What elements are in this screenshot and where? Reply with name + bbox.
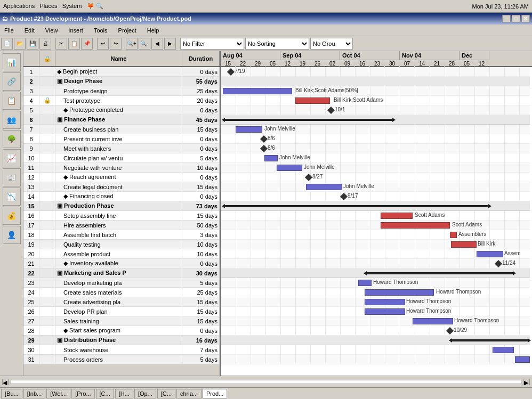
table-row[interactable]: 15 ▣ Production Phase 73 days xyxy=(23,201,220,211)
taskbar-item[interactable]: [Bu... xyxy=(1,389,22,398)
resource-view-btn[interactable]: 👥 xyxy=(3,111,21,129)
table-row[interactable]: 13 Create legal document 15 days xyxy=(23,182,220,192)
table-row[interactable]: 11 Negotiate with venture 10 days xyxy=(23,163,220,173)
maximize-button[interactable]: □ xyxy=(512,15,520,22)
taskbar-item[interactable]: [C... xyxy=(96,389,114,398)
table-row[interactable]: 19 Quality testing 10 days xyxy=(23,240,220,249)
table-row[interactable]: 7 Create business plan 15 days xyxy=(23,125,220,134)
taskbar-item[interactable]: [H... xyxy=(115,389,133,398)
gantt-task-bar[interactable] xyxy=(264,155,278,161)
table-row[interactable]: 29 ▣ Distribution Phase 16 days xyxy=(23,336,220,345)
copy-button[interactable]: 📋 xyxy=(68,38,80,50)
scroll-left[interactable]: ◀ xyxy=(2,379,9,385)
save-button[interactable]: 💾 xyxy=(27,38,38,50)
gantt-task-bar[interactable] xyxy=(451,241,477,248)
gantt-task-bar[interactable] xyxy=(515,356,530,363)
table-row[interactable]: 30 Stock warehouse 7 days xyxy=(23,345,220,355)
gantt-task-bar[interactable] xyxy=(306,184,342,190)
table-row[interactable]: 26 Develop PR plan 15 days xyxy=(23,307,220,316)
table-row[interactable]: 8 Present to current inve 0 days xyxy=(23,134,220,144)
table-row[interactable]: 3 Prototype design 25 days xyxy=(23,86,220,96)
gantt-task-bar[interactable] xyxy=(223,88,292,94)
taskbar-item[interactable]: [Op... xyxy=(134,389,156,398)
menu-help[interactable]: Help xyxy=(145,26,162,35)
paste-button[interactable]: 📌 xyxy=(81,38,93,50)
table-row[interactable]: 18 Assemble first batch 3 days xyxy=(23,230,220,240)
table-row[interactable]: 24 Create sales materials 25 days xyxy=(23,288,220,297)
gantt-task-bar[interactable] xyxy=(365,289,434,296)
table-row[interactable]: 4 🔒 Test prototype 20 days xyxy=(23,96,220,105)
zoom-out-button[interactable]: 🔍- xyxy=(139,38,150,50)
group-select[interactable]: No Grou xyxy=(310,38,353,50)
gantt-task-bar[interactable] xyxy=(450,232,457,238)
filter-select[interactable]: No Filter xyxy=(180,38,244,50)
gantt-area[interactable]: Aug 0415222905Sep 0412192602Oct 04091623… xyxy=(221,51,532,376)
table-row[interactable]: 10 Circulate plan w/ ventu 5 days xyxy=(23,153,220,163)
table-row[interactable]: 12 ◆ Reach agreement 0 days xyxy=(23,173,220,182)
resource-graph-btn[interactable]: 👤 xyxy=(3,226,21,244)
taskbar-item[interactable]: [Wel... xyxy=(46,389,70,398)
menu-file[interactable]: File xyxy=(2,26,16,35)
table-row[interactable]: 21 ◆ Inventory available 0 days xyxy=(23,259,220,268)
minimize-button[interactable]: ─ xyxy=(502,15,511,22)
menu-edit[interactable]: Edit xyxy=(22,26,37,35)
scroll-right[interactable]: ▶ xyxy=(523,379,530,385)
nav-prev[interactable]: ◀ xyxy=(151,38,163,50)
gantt-task-bar[interactable] xyxy=(493,347,514,353)
table-row[interactable]: 9 Meet with bankers 0 days xyxy=(23,144,220,153)
histogram-btn[interactable]: 📉 xyxy=(3,188,21,206)
os-bar-left[interactable]: Applications Places System 🦊 🔍 xyxy=(3,3,103,10)
gantt-task-bar[interactable] xyxy=(277,165,302,171)
menu-view[interactable]: View xyxy=(43,26,60,35)
gantt-task-bar[interactable] xyxy=(358,280,372,286)
taskbar-item[interactable]: [Inb... xyxy=(23,389,46,398)
taskbar-item[interactable]: [C... xyxy=(157,389,175,398)
close-button[interactable]: ✕ xyxy=(521,15,530,22)
menu-insert[interactable]: Insert xyxy=(66,26,85,35)
horizontal-scrollbar[interactable] xyxy=(11,380,521,384)
wbs-view-btn[interactable]: 🌳 xyxy=(3,130,21,148)
sort-select[interactable]: No Sorting xyxy=(245,38,309,50)
table-row[interactable]: 20 Assemble product 10 days xyxy=(23,249,220,259)
gantt-task-bar[interactable] xyxy=(365,308,405,315)
table-row[interactable]: 25 Create advertising pla 15 days xyxy=(23,297,220,307)
cost-view-btn[interactable]: 💰 xyxy=(3,207,21,225)
gantt-task-bar[interactable] xyxy=(381,213,413,219)
table-row[interactable]: 28 ◆ Start sales program 0 days xyxy=(23,326,220,336)
table-row[interactable]: 27 Sales training 15 days xyxy=(23,316,220,326)
taskbar-item[interactable]: chrla... xyxy=(176,389,201,398)
gantt-task-bar[interactable] xyxy=(477,251,503,257)
redo-button[interactable]: ↪ xyxy=(110,38,122,50)
table-row[interactable]: 5 ◆ Prototype completed 0 days xyxy=(23,105,220,115)
title-bar-controls[interactable]: ─ □ ✕ xyxy=(502,15,530,22)
table-row[interactable]: 14 ◆ Financing closed 0 days xyxy=(23,192,220,201)
gantt-task-bar[interactable] xyxy=(381,222,450,229)
menu-project[interactable]: Project xyxy=(116,26,139,35)
taskbar-item[interactable]: [Pro... xyxy=(71,389,94,398)
gantt-task-bar[interactable] xyxy=(413,318,453,324)
table-row[interactable]: 1 ◆ Begin project 0 days xyxy=(23,67,220,77)
gantt-task-bar[interactable] xyxy=(236,126,262,133)
nav-next[interactable]: ▶ xyxy=(164,38,176,50)
zoom-in-button[interactable]: 🔍+ xyxy=(126,38,138,50)
menu-tools[interactable]: Tools xyxy=(92,26,110,35)
table-row[interactable]: 23 Develop marketing pla 5 days xyxy=(23,278,220,288)
table-row[interactable]: 2 ▣ Design Phase 55 days xyxy=(23,77,220,86)
table-row[interactable]: 6 ▣ Finance Phase 45 days xyxy=(23,115,220,125)
pert-view-btn[interactable]: 📈 xyxy=(3,149,21,167)
report-view-btn[interactable]: 📰 xyxy=(3,168,21,186)
gantt-task-bar[interactable] xyxy=(295,97,330,104)
table-row[interactable]: 22 ▣ Marketing and Sales P 30 days xyxy=(23,268,220,278)
undo-button[interactable]: ↩ xyxy=(97,38,109,50)
new-button[interactable]: 📄 xyxy=(1,38,13,50)
print-button[interactable]: 🖨 xyxy=(39,38,51,50)
cut-button[interactable]: ✂ xyxy=(55,38,67,50)
table-row[interactable]: 17 Hire assemblers 50 days xyxy=(23,221,220,230)
open-button[interactable]: 📂 xyxy=(14,38,26,50)
gantt-task-bar[interactable] xyxy=(365,299,405,305)
gantt-view-btn[interactable]: 📊 xyxy=(3,53,21,71)
table-row[interactable]: 31 Process orders 5 days xyxy=(23,355,220,364)
task-view-btn[interactable]: 📋 xyxy=(3,92,21,110)
taskbar-item[interactable]: Prod... xyxy=(203,389,227,398)
network-view-btn[interactable]: 🔗 xyxy=(3,72,21,91)
